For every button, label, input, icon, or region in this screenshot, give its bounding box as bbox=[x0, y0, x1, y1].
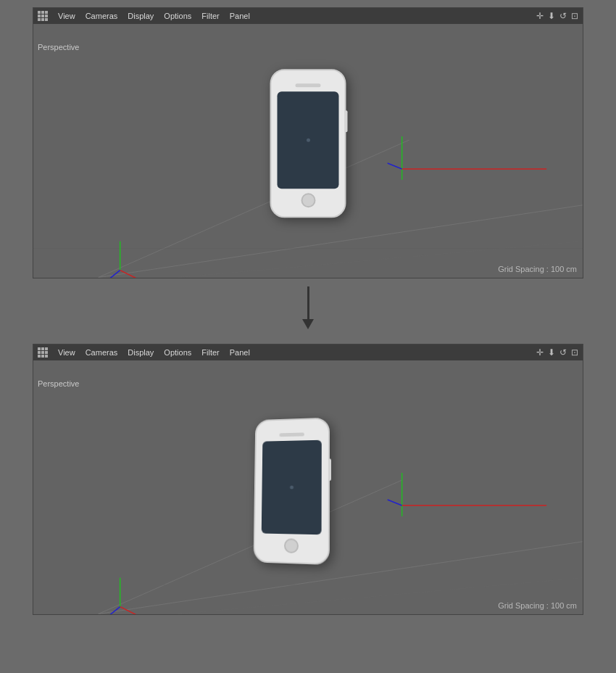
menu-panel-bottom[interactable]: Panel bbox=[230, 348, 250, 357]
move-icon-bottom[interactable]: ✛ bbox=[536, 347, 544, 358]
menu-view-bottom[interactable]: View bbox=[58, 348, 75, 357]
top-phone-side-button bbox=[345, 110, 348, 132]
bottom-viewport[interactable]: View Cameras Display Options Filter Pane… bbox=[33, 344, 583, 615]
expand-icon-top[interactable]: ⊡ bbox=[571, 11, 578, 21]
top-viewport[interactable]: View Cameras Display Options Filter Pane… bbox=[33, 7, 583, 278]
bottom-viewport-scene: Perspective Grid Spacing : 100 cm bbox=[33, 360, 583, 614]
top-viewport-header: View Cameras Display Options Filter Pane… bbox=[33, 8, 583, 24]
expand-icon-bottom[interactable]: ⊡ bbox=[571, 347, 578, 358]
menu-filter-bottom[interactable]: Filter bbox=[201, 348, 219, 357]
top-viewport-scene: Perspective Grid Spacing : 100 cm bbox=[33, 24, 583, 278]
bottom-header-icons: ✛ ⬇ ↺ ⊡ bbox=[536, 347, 578, 358]
bottom-phone-home bbox=[284, 538, 299, 553]
bottom-phone-screen bbox=[262, 440, 322, 535]
bottom-phone-speaker bbox=[280, 432, 304, 437]
bottom-phone-model bbox=[254, 418, 330, 563]
grid-icon bbox=[38, 11, 48, 21]
move-icon-top[interactable]: ✛ bbox=[536, 11, 544, 21]
top-phone-screen-dot bbox=[307, 139, 310, 142]
menu-display-bottom[interactable]: Display bbox=[128, 348, 154, 357]
bottom-phone-screen-dot bbox=[290, 485, 294, 489]
arrow-shaft bbox=[307, 286, 309, 319]
top-header-icons: ✛ ⬇ ↺ ⊡ bbox=[536, 11, 578, 21]
bottom-viewport-header: View Cameras Display Options Filter Pane… bbox=[33, 344, 583, 360]
download-icon-top[interactable]: ⬇ bbox=[548, 11, 555, 21]
menu-panel-top[interactable]: Panel bbox=[230, 12, 250, 20]
top-phone-model bbox=[270, 69, 346, 218]
download-icon-bottom[interactable]: ⬇ bbox=[548, 347, 555, 358]
refresh-icon-top[interactable]: ↺ bbox=[559, 11, 567, 21]
down-arrow bbox=[302, 286, 314, 329]
top-phone-screen bbox=[278, 91, 339, 189]
top-grid-spacing: Grid Spacing : 100 cm bbox=[498, 265, 577, 273]
menu-options-bottom[interactable]: Options bbox=[164, 348, 191, 357]
menu-display-top[interactable]: Display bbox=[128, 12, 154, 20]
menu-filter-top[interactable]: Filter bbox=[201, 12, 219, 20]
arrow-head bbox=[302, 319, 314, 329]
menu-options-top[interactable]: Options bbox=[164, 12, 191, 20]
top-phone-speaker bbox=[296, 83, 321, 87]
menu-cameras-top[interactable]: Cameras bbox=[86, 12, 118, 20]
grid-icon-bottom bbox=[38, 347, 48, 358]
top-phone-home bbox=[301, 193, 315, 207]
top-phone-body bbox=[270, 69, 346, 218]
bottom-phone-body bbox=[254, 418, 330, 565]
refresh-icon-bottom[interactable]: ↺ bbox=[559, 347, 567, 358]
menu-cameras-bottom[interactable]: Cameras bbox=[86, 348, 118, 357]
arrow-container bbox=[302, 278, 314, 336]
bottom-phone-side-button bbox=[328, 458, 331, 480]
bottom-grid-spacing: Grid Spacing : 100 cm bbox=[498, 601, 577, 610]
menu-view-top[interactable]: View bbox=[58, 12, 75, 20]
